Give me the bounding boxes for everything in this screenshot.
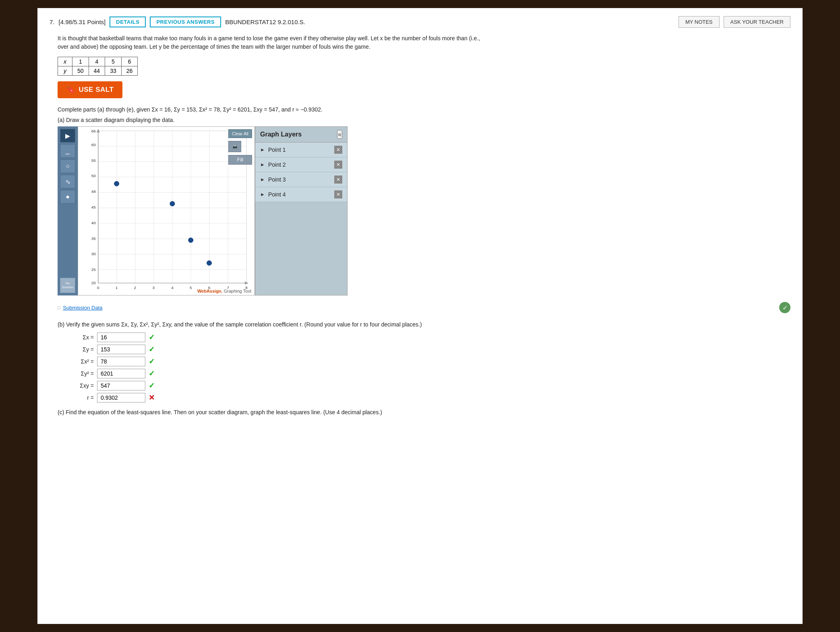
- sumy2-input[interactable]: [97, 369, 145, 378]
- svg-text:60: 60: [91, 143, 96, 147]
- layer-name-1: Point 1: [268, 147, 334, 153]
- curve-tool[interactable]: ∿: [60, 175, 75, 188]
- image-tool-button[interactable]: 📷: [228, 141, 241, 152]
- submit-checkmark-button[interactable]: ✓: [779, 302, 790, 313]
- webassign-logo: WebAssign.: [197, 289, 223, 293]
- svg-text:20: 20: [91, 281, 96, 285]
- svg-point-48: [207, 260, 212, 265]
- svg-point-45: [114, 181, 119, 186]
- sumy2-label: Σy² =: [58, 370, 94, 377]
- r-input[interactable]: [97, 393, 145, 403]
- input-row-sumy2: Σy² = ✓: [58, 369, 790, 378]
- y-val-4: 26: [121, 66, 138, 76]
- layer-item-point2[interactable]: ► Point 2 ✕: [255, 157, 347, 172]
- layer-arrow-2: ►: [260, 162, 265, 167]
- svg-text:5: 5: [190, 285, 192, 290]
- svg-text:45: 45: [91, 205, 96, 209]
- input-row-sumx: Σx = ✓: [58, 333, 790, 342]
- fill-button[interactable]: Fill: [228, 155, 252, 165]
- layer-arrow-3: ►: [260, 177, 265, 182]
- sumy-check: ✓: [149, 345, 155, 354]
- layer-close-1[interactable]: ✕: [334, 146, 342, 154]
- svg-text:50: 50: [91, 173, 96, 178]
- details-button[interactable]: DETAILS: [110, 17, 146, 27]
- clear-all-button[interactable]: Clear All: [228, 129, 252, 138]
- webassign-credit: WebAssign. Graphing Tool: [197, 289, 251, 293]
- course-code: BBUNDERSTAT12 9.2.010.S.: [225, 19, 305, 25]
- layer-item-point4[interactable]: ► Point 4 ✕: [255, 187, 347, 202]
- ask-teacher-button[interactable]: ASK YOUR TEACHER: [724, 16, 790, 28]
- layer-name-4: Point 4: [268, 191, 334, 198]
- sumy-input[interactable]: [97, 345, 145, 354]
- my-notes-button[interactable]: MY NOTES: [679, 16, 720, 28]
- layer-arrow-4: ►: [260, 192, 265, 197]
- svg-text:3: 3: [152, 285, 155, 290]
- x-val-1: 1: [72, 57, 89, 66]
- graph-layers-panel: Graph Layers « ► Point 1 ✕ ► Point 2 ✕ ►…: [255, 126, 348, 295]
- select-tool[interactable]: ▶: [60, 129, 75, 143]
- svg-text:25: 25: [91, 267, 96, 272]
- y-val-1: 50: [72, 66, 89, 76]
- layer-item-point1[interactable]: ► Point 1 ✕: [255, 143, 347, 157]
- svg-text:40: 40: [91, 221, 96, 225]
- layer-close-3[interactable]: ✕: [334, 176, 342, 184]
- problem-body: It is thought that basketball teams that…: [58, 34, 790, 415]
- no-solution-label: NoSolution: [62, 281, 74, 289]
- no-solution-button[interactable]: NoSolution: [60, 278, 75, 293]
- sumx2-input[interactable]: [97, 357, 145, 366]
- sumx2-check: ✓: [149, 357, 155, 366]
- header-left: 7. [4.98/5.31 Points] DETAILS PREVIOUS A…: [50, 17, 674, 27]
- x-val-4: 6: [121, 57, 138, 66]
- line-tool[interactable]: ⎯: [60, 144, 75, 158]
- table-y-row: y 50 44 33 26: [58, 66, 138, 76]
- graphing-tool-label: Graphing Tool: [224, 289, 251, 293]
- data-table: x 1 4 5 6 y 50 44 33 26: [58, 57, 138, 76]
- input-row-sumy: Σy = ✓: [58, 345, 790, 354]
- graph-canvas[interactable]: 20 25 30 35 40 45 48 50 55 60 66 0 1 2 3: [78, 126, 255, 295]
- svg-text:55: 55: [91, 158, 96, 163]
- circle-tool[interactable]: ○: [60, 159, 75, 173]
- use-salt-button[interactable]: 🔖 USE SALT: [58, 81, 122, 98]
- data-table-wrap: x 1 4 5 6 y 50 44 33 26: [58, 57, 790, 76]
- sumxy-label: Σxy =: [58, 382, 94, 389]
- layer-close-2[interactable]: ✕: [334, 161, 342, 169]
- svg-text:1: 1: [116, 285, 118, 290]
- point-tool[interactable]: ●: [60, 190, 75, 204]
- y-val-2: 44: [89, 66, 105, 76]
- layer-close-4[interactable]: ✕: [334, 190, 342, 198]
- sumx-input[interactable]: [97, 333, 145, 342]
- header-right: MY NOTES ASK YOUR TEACHER: [679, 16, 790, 28]
- part-b: (b) Verify the given sums Σx, Σy, Σx², Σ…: [58, 321, 790, 403]
- svg-text:66: 66: [91, 129, 96, 133]
- x-val-2: 4: [89, 57, 105, 66]
- sumx-label: Σx =: [58, 334, 94, 341]
- layer-arrow-1: ►: [260, 147, 265, 153]
- sumxy-input[interactable]: [97, 381, 145, 390]
- stats-line: Complete parts (a) through (e), given Σx…: [58, 106, 790, 113]
- r-x-mark: ✕: [149, 393, 155, 402]
- sumy2-check: ✓: [149, 369, 155, 378]
- sumxy-check: ✓: [149, 381, 155, 390]
- layer-name-3: Point 3: [268, 176, 334, 183]
- layer-item-point3[interactable]: ► Point 3 ✕: [255, 172, 347, 187]
- input-row-sumxy: Σxy = ✓: [58, 381, 790, 390]
- sumx2-label: Σx² =: [58, 358, 94, 365]
- part-a-label: (a) Draw a scatter diagram displaying th…: [58, 117, 790, 123]
- y-label: y: [58, 66, 72, 76]
- part-b-label: (b) Verify the given sums Σx, Σy, Σx², Σ…: [58, 321, 790, 328]
- submission-icon: □: [58, 305, 60, 310]
- svg-text:48: 48: [91, 189, 96, 194]
- svg-text:2: 2: [134, 285, 137, 290]
- previous-answers-button[interactable]: PREVIOUS ANSWERS: [150, 17, 221, 27]
- submission-data-link[interactable]: Submission Data: [63, 305, 102, 311]
- problem-number: 7.: [50, 19, 55, 25]
- graph-layers-collapse-button[interactable]: «: [337, 130, 342, 139]
- intro-text: It is thought that basketball teams that…: [58, 34, 790, 51]
- svg-marker-44: [245, 281, 248, 285]
- graph-right-controls: Clear All 📷 Fill: [228, 129, 252, 165]
- table-x-row: x 1 4 5 6: [58, 57, 138, 66]
- salt-icon: 🔖: [66, 85, 76, 94]
- part-c-label: (c) Find the equation of the least-squar…: [58, 409, 790, 415]
- svg-point-46: [170, 201, 175, 206]
- y-val-3: 33: [105, 66, 122, 76]
